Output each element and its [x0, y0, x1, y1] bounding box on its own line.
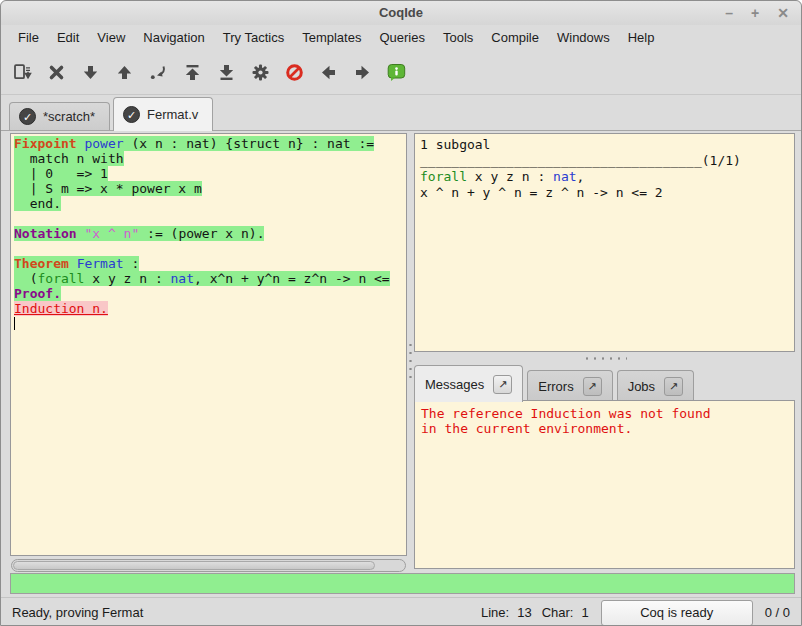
preferences-icon — [251, 63, 270, 82]
minimize-icon[interactable]: – — [725, 1, 733, 25]
menu-item-help[interactable]: Help — [619, 25, 664, 51]
go-to-start-icon — [183, 63, 202, 82]
menu-item-tools[interactable]: Tools — [434, 25, 482, 51]
tab-label: Errors — [538, 379, 573, 394]
char-label: Char: — [542, 605, 574, 620]
code-line-3: | 0 => 1 — [14, 166, 406, 181]
go-to-end-button[interactable] — [212, 57, 240, 89]
menu-item-navigation[interactable]: Navigation — [134, 25, 213, 51]
tab-scratch[interactable]: ✓*scratch* — [9, 102, 110, 130]
code-segment: "x ^ n" — [84, 226, 139, 241]
code-segment: Notation — [14, 226, 77, 241]
code-segment: 1 subgoal — [420, 137, 490, 152]
detach-errors-button[interactable]: ↗ — [583, 377, 602, 396]
detach-jobs-button[interactable]: ↗ — [664, 377, 683, 396]
menu-item-try-tactics[interactable]: Try Tactics — [214, 25, 293, 51]
tab-label: Fermat.v — [147, 107, 198, 122]
forward-icon — [353, 63, 372, 82]
about-icon — [387, 63, 406, 82]
code-line-6 — [14, 211, 406, 226]
tab-check-icon: ✓ — [19, 108, 36, 125]
title-bar[interactable]: CoqIde – + ✕ — [1, 1, 801, 25]
save-button[interactable] — [8, 57, 36, 89]
tab-jobs[interactable]: Jobs↗ — [617, 370, 694, 401]
status-bar: Ready, proving Fermat Line: 13 Char: 1 C… — [1, 597, 801, 626]
code-segment: nat — [171, 271, 194, 286]
code-segment: ( — [14, 271, 37, 286]
code-line-4: | S m => x * power x m — [14, 181, 406, 196]
code-segment: : — [124, 256, 140, 271]
detach-messages-button[interactable]: ↗ — [493, 375, 512, 394]
code-segment: := (power x n). — [139, 226, 264, 241]
message-line-2: in the current environment. — [421, 421, 794, 436]
code-segment: Proof. — [14, 286, 61, 301]
goal-line-2: ____________________________________(1/1… — [420, 153, 794, 169]
forward-one-button[interactable] — [76, 57, 104, 89]
tab-messages[interactable]: Messages↗ — [414, 365, 523, 402]
close-icon — [47, 63, 66, 82]
code-segment: x y z n : — [84, 271, 170, 286]
messages-panel[interactable]: The reference Induction was not foundin … — [414, 400, 795, 569]
task-counter: 0 / 0 — [765, 605, 790, 620]
script-editor[interactable]: Fixpoint power (x n : nat) {struct n} : … — [10, 133, 407, 556]
tab-check-icon: ✓ — [123, 106, 140, 123]
menu-item-compile[interactable]: Compile — [482, 25, 548, 51]
code-segment: power — [84, 136, 123, 151]
code-line-7: Notation "x ^ n" := (power x n). — [14, 226, 406, 241]
code-line-1: Fixpoint power (x n : nat) {struct n} : … — [14, 136, 406, 151]
horizontal-splitter[interactable] — [414, 353, 795, 362]
close-icon[interactable]: ✕ — [777, 1, 789, 25]
code-segment: (x n : nat) {struct n} : nat := — [124, 136, 374, 151]
goals-panel[interactable]: 1 subgoal_______________________________… — [414, 133, 795, 352]
go-to-cursor-button[interactable] — [144, 57, 172, 89]
interrupt-button[interactable] — [280, 57, 308, 89]
code-segment — [69, 256, 77, 271]
code-line-10: (forall x y z n : nat, x^n + y^n = z^n -… — [14, 271, 406, 286]
coq-status-button[interactable]: Coq is ready — [601, 600, 753, 626]
tab-fermat-v[interactable]: ✓Fermat.v — [113, 97, 213, 131]
forward-one-icon — [81, 63, 100, 82]
menu-bar: FileEditViewNavigationTry TacticsTemplat… — [1, 25, 801, 51]
menu-item-edit[interactable]: Edit — [48, 25, 88, 51]
code-segment: Fixpoint — [14, 136, 77, 151]
toolbar — [1, 51, 801, 95]
line-label: Line: — [481, 605, 509, 620]
code-segment: x ^ n + y ^ n = z ^ n -> n <= 2 — [420, 185, 663, 200]
backward-one-button[interactable] — [110, 57, 138, 89]
preferences-button[interactable] — [246, 57, 274, 89]
code-segment: | S m => x * power x m — [14, 181, 202, 196]
goal-line-3: forall x y z n : nat, — [420, 169, 794, 185]
goal-line-4: x ^ n + y ^ n = z ^ n -> n <= 2 — [420, 185, 794, 201]
document-tab-bar: ✓*scratch*✓Fermat.v — [1, 95, 801, 131]
tab-errors[interactable]: Errors↗ — [527, 370, 612, 401]
tab-label: Jobs — [628, 379, 655, 394]
menu-item-file[interactable]: File — [9, 25, 48, 51]
backward-one-icon — [115, 63, 134, 82]
code-line-11: Proof. — [14, 286, 406, 301]
status-text: Ready, proving Fermat — [12, 605, 471, 620]
menu-item-queries[interactable]: Queries — [370, 25, 434, 51]
save-icon — [13, 63, 32, 82]
code-segment: forall — [37, 271, 84, 286]
message-tab-bar: Messages↗Errors↗Jobs↗ — [414, 364, 795, 401]
code-segment: Induction n. — [14, 301, 108, 316]
forward-button[interactable] — [348, 57, 376, 89]
about-button[interactable] — [382, 57, 410, 89]
menu-item-templates[interactable]: Templates — [293, 25, 370, 51]
scrollbar-thumb[interactable] — [13, 561, 375, 570]
code-line-13 — [14, 316, 406, 331]
window-title: CoqIde — [379, 5, 423, 20]
editor-horizontal-scrollbar[interactable] — [11, 559, 406, 572]
menu-item-windows[interactable]: Windows — [548, 25, 619, 51]
maximize-icon[interactable]: + — [751, 1, 759, 25]
tab-label: *scratch* — [43, 109, 95, 124]
code-line-2: match n with — [14, 151, 406, 166]
back-button[interactable] — [314, 57, 342, 89]
back-icon — [319, 63, 338, 82]
code-line-12: Induction n. — [14, 301, 406, 316]
status-right-group: Line: 13 Char: 1 Coq is ready 0 / 0 — [471, 600, 790, 626]
go-to-start-button[interactable] — [178, 57, 206, 89]
menu-item-view[interactable]: View — [88, 25, 134, 51]
close-button[interactable] — [42, 57, 70, 89]
vertical-splitter[interactable] — [407, 133, 414, 569]
